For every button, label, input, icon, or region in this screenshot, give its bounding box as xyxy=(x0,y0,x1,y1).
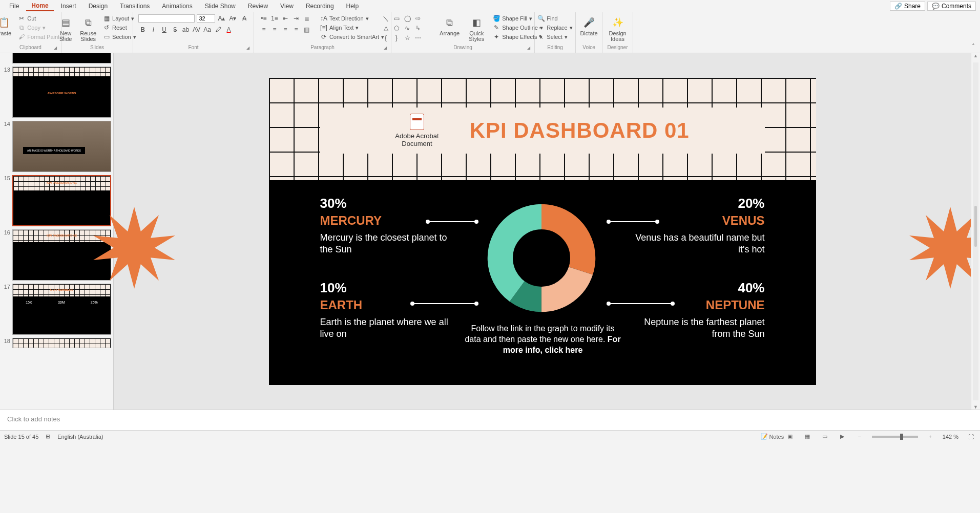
collapse-ribbon-icon[interactable]: ˄ xyxy=(969,42,978,51)
scroll-up-icon[interactable]: ▲ xyxy=(971,53,980,58)
decrease-font-icon[interactable]: A▾ xyxy=(228,14,238,23)
slide-thumb-14[interactable]: AN IMAGE IS WORTH A THOUSAND WORDS xyxy=(12,121,111,172)
menu-transitions[interactable]: Transitions xyxy=(115,2,155,11)
shape-poly-icon[interactable]: ⬠ xyxy=(392,24,401,32)
menu-insert[interactable]: Insert xyxy=(56,2,81,11)
scroll-down-icon[interactable]: ▼ xyxy=(971,404,980,410)
highlight-icon[interactable]: 🖍 xyxy=(214,26,223,34)
font-name-input[interactable] xyxy=(138,14,195,23)
numbering-icon[interactable]: 1≡ xyxy=(270,14,279,23)
align-text-button[interactable]: [≡]Align Text ▾ xyxy=(319,24,386,32)
change-case-icon[interactable]: Aa xyxy=(203,26,212,34)
reset-button[interactable]: ↺Reset xyxy=(101,24,138,32)
language-indicator[interactable]: English (Australia) xyxy=(57,434,103,440)
font-color-icon[interactable]: A xyxy=(224,26,234,34)
shape-brace-icon[interactable]: { xyxy=(381,34,390,42)
shape-rect-icon[interactable]: ▭ xyxy=(392,14,401,23)
kpi-venus[interactable]: 20% VENUS Venus has a beautiful name but… xyxy=(632,196,765,256)
menu-file[interactable]: File xyxy=(4,2,24,11)
shape-oval-icon[interactable]: ◯ xyxy=(403,14,412,23)
increase-indent-icon[interactable]: ⇥ xyxy=(291,14,301,23)
paragraph-launcher-icon[interactable]: ◢ xyxy=(384,46,390,52)
notes-toggle-button[interactable]: 📝Notes xyxy=(767,433,778,441)
align-left-icon[interactable]: ≡ xyxy=(259,26,268,34)
slide-thumb-13[interactable]: AWESOME WORDS xyxy=(12,67,111,118)
vertical-scrollbar[interactable]: ▲ ▼ xyxy=(971,53,980,410)
reading-view-icon[interactable]: ▭ xyxy=(820,433,830,441)
zoom-level[interactable]: 142 % xyxy=(943,434,958,440)
shape-more-icon[interactable]: ⋯ xyxy=(413,34,423,42)
menu-home[interactable]: Home xyxy=(26,1,53,11)
italic-icon[interactable]: I xyxy=(149,26,158,34)
shape-triangle-icon[interactable]: △ xyxy=(381,24,390,32)
paste-button[interactable]: 📋 Paste xyxy=(0,14,13,37)
clear-format-icon[interactable]: A̶ xyxy=(240,14,249,23)
drawing-launcher-icon[interactable]: ◢ xyxy=(527,46,533,52)
slideshow-view-icon[interactable]: ▶ xyxy=(837,433,847,441)
slide-title[interactable]: KPI DASHBOARD 01 xyxy=(470,118,690,143)
normal-view-icon[interactable]: ▣ xyxy=(785,433,795,441)
layout-button[interactable]: ▦Layout ▾ xyxy=(101,14,138,23)
align-right-icon[interactable]: ≡ xyxy=(281,26,290,34)
menu-recording[interactable]: Recording xyxy=(301,2,339,11)
quick-styles-button[interactable]: ◧Quick Styles xyxy=(467,14,486,43)
font-launcher-icon[interactable]: ◢ xyxy=(246,46,253,52)
kpi-earth[interactable]: 10% EARTH Earth is the planet where we a… xyxy=(320,280,453,340)
shapes-gallery[interactable]: ＼ ▭ ◯ ⇨ △ ⬠ ∿ ↳ { } ☆ ⋯ xyxy=(381,14,432,42)
donut-chart[interactable] xyxy=(484,201,599,315)
shape-arrow-icon[interactable]: ⇨ xyxy=(413,14,423,23)
sorter-view-icon[interactable]: ▦ xyxy=(802,433,812,441)
zoom-slider[interactable] xyxy=(872,436,918,438)
shape-brace2-icon[interactable]: } xyxy=(392,34,401,42)
convert-smartart-button[interactable]: ⟳Convert to SmartArt ▾ xyxy=(319,33,386,41)
kpi-neptune[interactable]: 40% NEPTUNE Neptune is the farthest plan… xyxy=(632,280,765,340)
accessibility-icon[interactable]: ⊞ xyxy=(46,433,50,440)
strike-icon[interactable]: S̶ xyxy=(171,26,180,34)
kpi-mercury[interactable]: 30% MERCURY Mercury is the closest plane… xyxy=(320,196,453,256)
menu-help[interactable]: Help xyxy=(341,2,364,11)
shape-star-icon[interactable]: ☆ xyxy=(403,34,412,42)
bold-icon[interactable]: B xyxy=(138,26,148,34)
shape-line-icon[interactable]: ＼ xyxy=(381,14,390,23)
zoom-handle[interactable] xyxy=(900,434,903,440)
new-slide-button[interactable]: ▤New Slide xyxy=(56,14,75,43)
zoom-out-icon[interactable]: − xyxy=(854,433,865,441)
zoom-in-icon[interactable]: + xyxy=(925,433,935,441)
menu-view[interactable]: View xyxy=(275,2,299,11)
menu-animations[interactable]: Animations xyxy=(157,2,197,11)
slide-canvas[interactable]: Adobe Acrobat Document KPI DASHBOARD 01 … xyxy=(269,78,816,385)
decrease-indent-icon[interactable]: ⇤ xyxy=(281,14,290,23)
fit-window-icon[interactable]: ⛶ xyxy=(966,433,976,441)
dictate-button[interactable]: 🎤Dictate xyxy=(578,14,599,37)
slide-thumb-17[interactable]: OUR NUMBERS15K30M25% xyxy=(12,284,111,335)
menu-slideshow[interactable]: Slide Show xyxy=(200,2,241,11)
menu-design[interactable]: Design xyxy=(84,2,113,11)
underline-icon[interactable]: U xyxy=(160,26,169,34)
align-center-icon[interactable]: ≡ xyxy=(270,26,279,34)
notes-pane[interactable]: Click to add notes xyxy=(0,410,980,430)
share-button[interactable]: 🔗 Share xyxy=(890,2,925,11)
slide-editor[interactable]: Adobe Acrobat Document KPI DASHBOARD 01 … xyxy=(114,53,971,410)
find-button[interactable]: 🔍Find xyxy=(536,14,574,23)
character-spacing-icon[interactable]: AV xyxy=(192,26,201,34)
scroll-track[interactable] xyxy=(973,62,978,400)
comments-button[interactable]: 💬 Comments xyxy=(927,2,976,11)
scroll-thumb[interactable] xyxy=(974,206,977,247)
slide-thumb-18[interactable] xyxy=(12,338,111,348)
shape-curve-icon[interactable]: ∿ xyxy=(403,24,412,32)
section-button[interactable]: ▭Section ▾ xyxy=(101,33,138,41)
bullets-icon[interactable]: •≡ xyxy=(259,14,268,23)
text-direction-button[interactable]: ↕AText Direction ▾ xyxy=(319,14,386,23)
shadow-icon[interactable]: ab xyxy=(181,26,191,34)
increase-font-icon[interactable]: A▴ xyxy=(217,14,226,23)
arrange-button[interactable]: ⧉Arrange xyxy=(437,14,462,37)
design-ideas-button[interactable]: ✨Design Ideas xyxy=(607,14,628,43)
chart-caption[interactable]: Follow the link in the graph to modify i… xyxy=(464,324,622,355)
columns-icon[interactable]: ▥ xyxy=(302,26,311,34)
justify-icon[interactable]: ≡ xyxy=(291,26,301,34)
select-button[interactable]: ↖Select ▾ xyxy=(536,33,574,41)
clipboard-launcher-icon[interactable]: ◢ xyxy=(54,46,60,52)
embedded-pdf-object[interactable]: Adobe Acrobat Document xyxy=(395,114,439,147)
slide-thumb-12[interactable] xyxy=(12,53,111,63)
reuse-slides-button[interactable]: ⧉Reuse Slides xyxy=(78,14,98,43)
